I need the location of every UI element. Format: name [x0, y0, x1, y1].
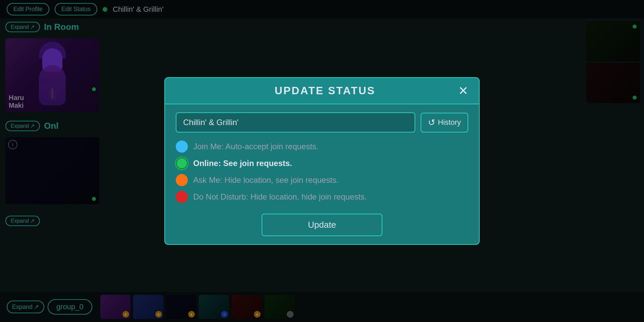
history-button[interactable]: ↺ History: [421, 113, 468, 132]
dnd-dot: [176, 191, 188, 203]
option-online[interactable]: Online: See join requests.: [176, 157, 468, 169]
option-dnd[interactable]: Do Not Disturb: Hide location, hide join…: [176, 191, 468, 203]
close-modal-button[interactable]: ✕: [458, 85, 468, 97]
option-join-me[interactable]: Join Me: Auto-accept join requests.: [176, 141, 468, 153]
modal-title: UPDATE STATUS: [192, 85, 458, 97]
history-label: History: [438, 118, 461, 127]
join-me-dot: [176, 141, 188, 153]
ask-me-dot: [176, 174, 188, 186]
history-icon: ↺: [428, 117, 435, 128]
option-ask-me[interactable]: Ask Me: Hide location, see join requests…: [176, 174, 468, 186]
close-icon: ✕: [458, 84, 468, 98]
online-dot: [176, 157, 188, 169]
update-status-modal: UPDATE STATUS ✕ ↺ History Join Me: Auto-: [164, 77, 480, 245]
ask-me-text: Ask Me: Hide location, see join requests…: [193, 175, 339, 185]
modal-body: ↺ History Join Me: Auto-accept join requ…: [165, 104, 479, 244]
status-text-input[interactable]: [176, 112, 415, 132]
join-me-text: Join Me: Auto-accept join requests.: [193, 142, 319, 151]
status-options-list: Join Me: Auto-accept join requests. Onli…: [176, 141, 468, 203]
update-label: Update: [308, 220, 336, 230]
status-input-row: ↺ History: [176, 112, 468, 132]
modal-overlay: UPDATE STATUS ✕ ↺ History Join Me: Auto-: [0, 0, 644, 322]
update-button[interactable]: Update: [262, 214, 382, 236]
online-text: Online: See join requests.: [193, 159, 292, 168]
modal-header: UPDATE STATUS ✕: [165, 78, 479, 104]
dnd-text: Do Not Disturb: Hide location, hide join…: [193, 192, 367, 202]
